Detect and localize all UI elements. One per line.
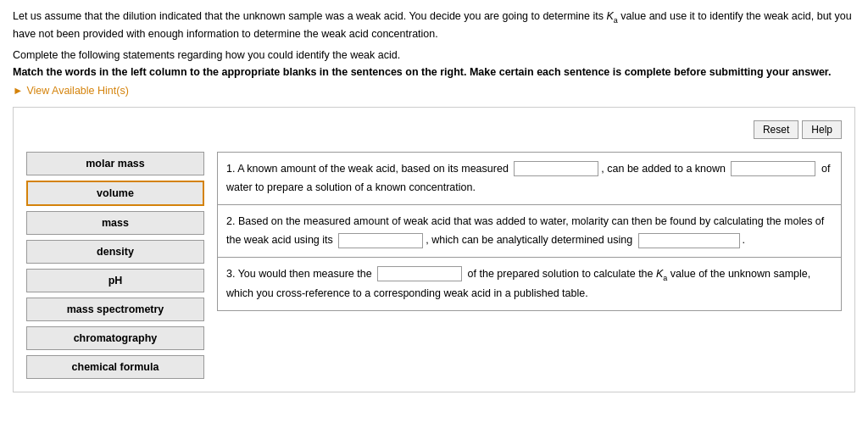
left-column: molar massvolumemassdensitypHmass spectr… (26, 152, 204, 379)
sentence-box-3: 3. You would then measure the of the pre… (217, 258, 842, 311)
main-container: Reset Help molar massvolumemassdensitypH… (13, 107, 855, 392)
blank-2-2[interactable] (638, 233, 740, 248)
blank-2-1[interactable] (338, 233, 423, 248)
intro-paragraph3: Match the words in the left column to th… (13, 66, 855, 78)
blank-1-1[interactable] (514, 161, 598, 176)
word-item-chromatography[interactable]: chromatography (26, 326, 204, 350)
sentence-2-text: 2. Based on the measured amount of weak … (226, 215, 824, 247)
intro-paragraph2: Complete the following statements regard… (13, 49, 855, 61)
top-buttons: Reset Help (26, 120, 842, 139)
blank-3-1[interactable] (377, 266, 462, 281)
sentence-1-text: 1. A known amount of the weak acid, base… (226, 163, 830, 194)
word-item-mass-spectrometry[interactable]: mass spectrometry (26, 298, 204, 321)
blank-1-2[interactable] (731, 161, 815, 176)
right-column: 1. A known amount of the weak acid, base… (217, 152, 842, 379)
word-item-volume[interactable]: volume (26, 181, 204, 206)
word-item-chemical-formula[interactable]: chemical formula (26, 355, 204, 379)
word-item-mass[interactable]: mass (26, 211, 204, 235)
word-item-molar-mass[interactable]: molar mass (26, 152, 204, 175)
sentence-box-1: 1. A known amount of the weak acid, base… (217, 152, 842, 205)
word-item-density[interactable]: density (26, 240, 204, 264)
reset-button[interactable]: Reset (754, 120, 798, 139)
hint-arrow-icon: ► (13, 85, 23, 97)
sentence-3-text: 3. You would then measure the of the pre… (226, 268, 810, 300)
hint-text[interactable]: View Available Hint(s) (26, 85, 128, 97)
intro-paragraph1: Let us assume that the dilution indicate… (13, 8, 855, 42)
hint-link[interactable]: ► View Available Hint(s) (13, 85, 855, 97)
word-item-ph[interactable]: pH (26, 269, 204, 292)
help-button[interactable]: Help (802, 120, 842, 139)
match-area: molar massvolumemassdensitypHmass spectr… (26, 152, 842, 379)
sentence-box-2: 2. Based on the measured amount of weak … (217, 205, 842, 258)
